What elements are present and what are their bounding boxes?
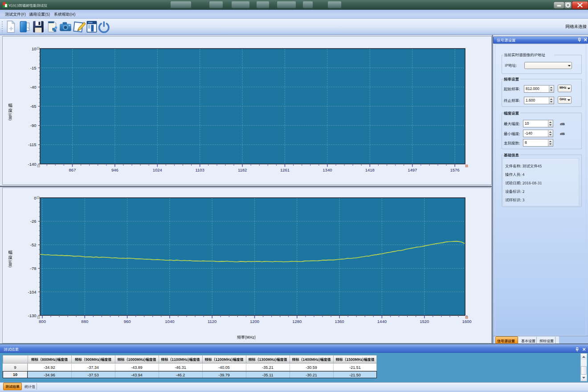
svg-text:1497: 1497	[408, 167, 417, 172]
svg-text:-104: -104	[28, 290, 36, 294]
svg-text:-26: -26	[30, 219, 37, 224]
svg-text:1280: 1280	[292, 319, 302, 324]
svg-text:1200: 1200	[250, 319, 259, 324]
svg-text:1340: 1340	[323, 167, 332, 172]
svg-text:1418: 1418	[365, 167, 375, 172]
svg-text:1120: 1120	[208, 319, 216, 324]
svg-text:0: 0	[34, 196, 36, 200]
svg-text:1576: 1576	[450, 167, 460, 172]
svg-text:1182: 1182	[238, 167, 247, 172]
svg-text:1261: 1261	[280, 167, 290, 172]
svg-text:-40: -40	[30, 85, 37, 90]
svg-text:-65: -65	[30, 104, 37, 109]
svg-text:880: 880	[81, 319, 88, 324]
svg-text:960: 960	[124, 319, 131, 324]
svg-text:800: 800	[39, 319, 46, 324]
svg-text:-140: -140	[28, 162, 36, 167]
svg-text:1103: 1103	[195, 167, 204, 172]
svg-text:-15: -15	[30, 65, 37, 70]
svg-text:-52: -52	[30, 242, 37, 247]
svg-text:1024: 1024	[153, 167, 162, 172]
svg-text:1360: 1360	[335, 319, 344, 324]
svg-text:1520: 1520	[420, 319, 429, 324]
svg-text:1600: 1600	[462, 319, 471, 324]
svg-text:1040: 1040	[165, 319, 174, 324]
svg-text:-78: -78	[30, 266, 37, 271]
svg-text:-115: -115	[28, 142, 36, 147]
svg-text:10: 10	[32, 46, 37, 51]
svg-text:-130: -130	[28, 313, 36, 318]
svg-text:-90: -90	[30, 123, 37, 128]
svg-text:946: 946	[111, 167, 118, 172]
svg-text:867: 867	[69, 167, 76, 172]
svg-text:1440: 1440	[377, 319, 387, 324]
